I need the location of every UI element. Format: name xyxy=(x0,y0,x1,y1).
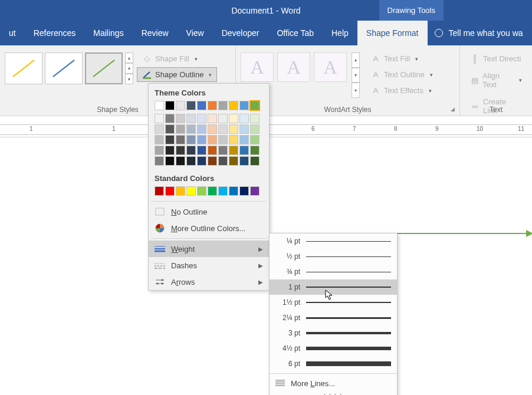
color-swatch[interactable] xyxy=(165,114,175,123)
weight-option[interactable]: ½ pt xyxy=(270,249,397,264)
color-swatch[interactable] xyxy=(229,146,238,155)
color-swatch[interactable] xyxy=(165,124,175,134)
color-swatch[interactable] xyxy=(239,186,249,196)
color-swatch[interactable] xyxy=(218,114,228,123)
color-swatch[interactable] xyxy=(197,124,206,134)
color-swatch[interactable] xyxy=(197,135,206,144)
color-swatch[interactable] xyxy=(229,101,238,110)
color-swatch[interactable] xyxy=(186,124,196,134)
color-swatch[interactable] xyxy=(186,186,196,196)
tab-shape-format[interactable]: Shape Format xyxy=(357,21,428,45)
wordart-thumb[interactable]: A xyxy=(277,52,310,82)
tell-me[interactable]: Tell me what you wa xyxy=(428,21,523,45)
shape-style-thumb[interactable] xyxy=(45,52,83,84)
tab-mailings[interactable]: Mailings xyxy=(84,21,132,45)
tab-office-tab[interactable]: Office Tab xyxy=(268,21,323,45)
tab-help[interactable]: Help xyxy=(323,21,357,45)
color-swatch[interactable] xyxy=(197,101,206,110)
color-swatch[interactable] xyxy=(218,146,228,155)
shape-style-thumb[interactable] xyxy=(85,52,123,84)
color-swatch[interactable] xyxy=(186,135,196,144)
color-swatch[interactable] xyxy=(250,156,260,166)
gallery-down-icon[interactable]: ▾ xyxy=(125,63,133,74)
color-swatch[interactable] xyxy=(165,146,175,155)
color-swatch[interactable] xyxy=(229,186,238,196)
wordart-thumb[interactable]: A xyxy=(241,52,274,82)
color-swatch[interactable] xyxy=(229,135,238,144)
text-fill-button[interactable]: A Text Fill▾ xyxy=(366,51,438,66)
color-swatch[interactable] xyxy=(208,146,217,155)
color-swatch[interactable] xyxy=(208,114,217,123)
color-swatch[interactable] xyxy=(155,186,164,196)
color-swatch[interactable] xyxy=(176,101,185,110)
color-swatch[interactable] xyxy=(165,101,175,110)
color-swatch[interactable] xyxy=(197,186,206,196)
tab-layout[interactable]: ut xyxy=(0,21,25,45)
color-swatch[interactable] xyxy=(239,156,249,166)
no-outline-item[interactable]: No Outline xyxy=(149,203,269,220)
weight-option[interactable]: 4½ pt xyxy=(270,341,397,356)
color-swatch[interactable] xyxy=(186,114,196,123)
weight-option[interactable]: 3 pt xyxy=(270,325,397,341)
color-swatch[interactable] xyxy=(197,114,206,123)
color-swatch[interactable] xyxy=(155,135,164,144)
color-swatch[interactable] xyxy=(155,101,164,110)
color-swatch[interactable] xyxy=(176,124,185,134)
text-outline-button[interactable]: A Text Outline▾ xyxy=(366,67,438,82)
color-swatch[interactable] xyxy=(208,156,217,166)
wordart-thumb[interactable]: A xyxy=(314,52,347,82)
color-swatch[interactable] xyxy=(197,146,206,155)
dashes-item[interactable]: Dashes ▶ xyxy=(149,257,269,274)
color-swatch[interactable] xyxy=(155,124,164,134)
weight-option[interactable]: 2¼ pt xyxy=(270,310,397,325)
color-swatch[interactable] xyxy=(239,146,249,155)
more-lines-item[interactable]: More Lines... xyxy=(270,376,397,391)
gallery-more-icon[interactable]: ▾ xyxy=(352,83,360,98)
color-swatch[interactable] xyxy=(229,124,238,134)
color-swatch[interactable] xyxy=(165,156,175,166)
gallery-up-icon[interactable]: ▴ xyxy=(125,52,133,63)
color-swatch[interactable] xyxy=(218,156,228,166)
color-swatch[interactable] xyxy=(229,114,238,123)
gallery-up-icon[interactable]: ▴ xyxy=(352,52,360,68)
color-swatch[interactable] xyxy=(208,135,217,144)
weight-option[interactable]: ¾ pt xyxy=(270,264,397,279)
color-swatch[interactable] xyxy=(165,186,175,196)
color-swatch[interactable] xyxy=(186,146,196,155)
more-colors-item[interactable]: More Outline Colors... xyxy=(149,220,269,236)
color-swatch[interactable] xyxy=(218,124,228,134)
shape-fill-button[interactable]: ◇ Shape Fill ▾ xyxy=(137,51,217,66)
color-swatch[interactable] xyxy=(239,114,249,123)
color-swatch[interactable] xyxy=(250,186,260,196)
color-swatch[interactable] xyxy=(250,101,260,110)
color-swatch[interactable] xyxy=(239,124,249,134)
shape-style-thumb[interactable] xyxy=(5,52,42,84)
color-swatch[interactable] xyxy=(186,101,196,110)
color-swatch[interactable] xyxy=(229,156,238,166)
color-swatch[interactable] xyxy=(208,124,217,134)
color-swatch[interactable] xyxy=(250,114,260,123)
gallery-more-icon[interactable]: ▾ xyxy=(125,74,133,84)
color-swatch[interactable] xyxy=(250,146,260,155)
color-swatch[interactable] xyxy=(208,101,217,110)
color-swatch[interactable] xyxy=(197,156,206,166)
color-swatch[interactable] xyxy=(176,146,185,155)
color-swatch[interactable] xyxy=(239,101,249,110)
shape-outline-button[interactable]: Shape Outline ▾ xyxy=(137,67,217,82)
color-swatch[interactable] xyxy=(155,114,164,123)
color-swatch[interactable] xyxy=(155,146,164,155)
dialog-launcher-icon[interactable]: ◢ xyxy=(451,106,458,113)
color-swatch[interactable] xyxy=(218,135,228,144)
color-swatch[interactable] xyxy=(176,114,185,123)
color-swatch[interactable] xyxy=(218,101,228,110)
weight-option[interactable]: ¼ pt xyxy=(270,233,397,249)
color-swatch[interactable] xyxy=(218,186,228,196)
color-swatch[interactable] xyxy=(186,156,196,166)
color-swatch[interactable] xyxy=(155,156,164,166)
tab-references[interactable]: References xyxy=(25,21,85,45)
weight-option[interactable]: 1½ pt xyxy=(270,295,397,310)
text-direction-button[interactable]: ║ Text Directi xyxy=(465,51,527,66)
tab-review[interactable]: Review xyxy=(133,21,178,45)
color-swatch[interactable] xyxy=(208,186,217,196)
color-swatch[interactable] xyxy=(176,135,185,144)
